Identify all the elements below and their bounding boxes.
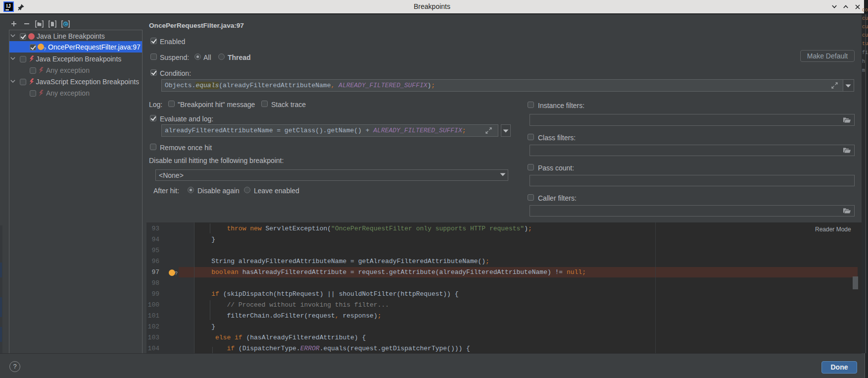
svg-text:C: C bbox=[64, 22, 67, 27]
